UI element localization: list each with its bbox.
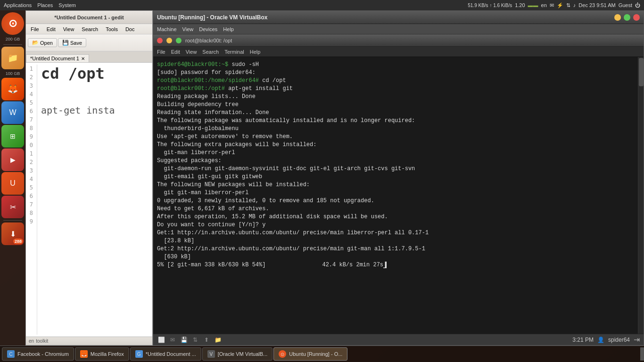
terminal-scrollbar-thumb[interactable] — [639, 58, 644, 86]
taskbar-item-chromium[interactable]: C Facebook - Chromium — [2, 347, 74, 361]
terminal-line-19: Need to get 6,617 kB of archives. — [157, 205, 634, 213]
gedit-save-button[interactable]: 💾 Save — [58, 38, 86, 47]
datetime[interactable]: Dec 23 9:51 AM — [578, 2, 615, 8]
disk-meter-100: 100 GB — [5, 70, 21, 77]
vbox-menu-machine[interactable]: Machine — [157, 26, 177, 32]
gedit-menu-search[interactable]: Search — [79, 26, 101, 32]
taskbar-items: C Facebook - Chromium 🦊 Mozilla Firefox … — [0, 347, 638, 361]
taskbar-ubuntu-running-label: Ubuntu [Running] - O... — [289, 351, 342, 357]
vbox-status-expand-icon[interactable]: ⇥ — [634, 335, 640, 344]
terminal-line-24: Get:2 http://in.archive.ubuntu.com/ubunt… — [157, 245, 634, 253]
gedit-open-button[interactable]: 📂 Open — [28, 38, 57, 47]
terminal-title: root@blackr00t: /opt — [185, 38, 232, 43]
taskbar-item-vbox[interactable]: V [Oracle VM VirtualB... — [202, 347, 273, 361]
sidebar-item-ubuntu-one[interactable]: U — [1, 172, 24, 195]
sidebar-item-download[interactable]: ⬇ 288 — [1, 222, 24, 245]
sidebar-sep-2 — [3, 220, 22, 221]
sidebar-item-libreoffice-writer[interactable]: W — [1, 101, 24, 124]
sidebar-item-firefox[interactable]: 🦊 — [1, 78, 24, 100]
terminal-titlebar: root@blackr00t: /opt — [153, 34, 644, 47]
gedit-tab-1[interactable]: *Untitled Document 1 ✕ — [26, 54, 89, 62]
system-menu[interactable]: System — [57, 2, 78, 8]
terminal-menubar: File Edit View Search Terminal Help — [153, 47, 644, 57]
taskbar-item-gedit[interactable]: G *Untitled Document ... — [130, 347, 201, 361]
terminal-scrollbar[interactable] — [638, 57, 644, 334]
system-topbar: Applications Places System 51.9 KB/s ↑ 1… — [0, 0, 644, 10]
terminal-menu-search[interactable]: Search — [202, 49, 219, 55]
vbox-status-time: 3:21 PM — [572, 337, 594, 343]
vbox-status-user: spider64 — [608, 337, 630, 343]
applications-menu[interactable]: Applications — [2, 2, 33, 8]
cpu-load: 1.20 — [515, 2, 525, 8]
terminal-minimize-button[interactable] — [166, 38, 172, 43]
vbox-icon: V — [207, 350, 215, 358]
terminal-line-7: Reading state information... Done — [157, 109, 634, 117]
taskbar-item-firefox[interactable]: 🦊 Mozilla Firefox — [75, 347, 129, 361]
vbox-status-disk-icon[interactable]: 💾 — [180, 336, 188, 344]
gedit-toolkit-text: toolkit — [36, 338, 48, 344]
terminal-menu-file[interactable]: File — [157, 49, 165, 55]
taskbar: C Facebook - Chromium 🦊 Mozilla Firefox … — [0, 346, 644, 362]
sidebar-item-libreoffice-impress[interactable]: ▶ — [1, 148, 24, 171]
gedit-menu-view[interactable]: View — [60, 26, 77, 32]
sidebar-item-ubuntu[interactable]: ⊙ — [1, 12, 24, 35]
gedit-statusbar: en toolkit — [26, 337, 152, 345]
gedit-code-content[interactable]: cd /opt apt-get insta — [41, 65, 115, 335]
vbox-minimize-button[interactable] — [614, 14, 621, 21]
terminal-line-20: After this operation, 15.2 MB of additio… — [157, 213, 634, 221]
terminal-container: root@blackr00t: /opt File Edit View Sear… — [153, 34, 644, 345]
gedit-tab-close-button[interactable]: ✕ — [81, 56, 85, 61]
vbox-close-button[interactable] — [633, 14, 640, 21]
terminal-menu-edit[interactable]: Edit — [171, 49, 180, 55]
vbox-maximize-button[interactable] — [624, 14, 630, 21]
terminal-line-14: git-daemon-run git-daemon-sysvinit git-d… — [157, 165, 634, 173]
terminal-line-2: [sudo] password for spider64: — [157, 69, 634, 77]
gedit-menu-doc[interactable]: Doc — [123, 26, 138, 32]
graph-icon: ▬▬ — [528, 2, 538, 8]
gedit-menu-file[interactable]: File — [28, 26, 42, 32]
terminal-menu-view[interactable]: View — [186, 49, 197, 55]
terminal-maximize-button[interactable] — [176, 38, 182, 43]
terminal-line-11: The following extra packages will be ins… — [157, 141, 634, 149]
unity-sidebar: ⊙ 200 GB 📁 100 GB 🦊 W ⊞ ▶ U ✂ ⬇ 288 — [0, 10, 25, 362]
sidebar-item-tools[interactable]: ✂ — [1, 196, 24, 218]
gedit-editor-area[interactable]: 1234567890123456789 cd /opt apt-get inst… — [26, 63, 152, 337]
terminal-line-4: root@blackr00t:/opt# apt-get install git — [157, 85, 634, 93]
vbox-status-usb-icon[interactable]: ⬆ — [202, 336, 211, 344]
terminal-line-22: Get:1 http://in.archive.ubuntu.com/ubunt… — [157, 229, 634, 237]
disk-meter-200: 200 GB — [5, 36, 21, 42]
terminal-line-6: Building dependency tree — [157, 101, 634, 109]
terminal-line-23: [23.8 kB] — [157, 237, 634, 245]
terminal-close-button[interactable] — [157, 38, 163, 43]
ubuntu-running-icon: ⊙ — [279, 350, 286, 358]
download-badge: 288 — [13, 239, 23, 244]
vbox-menu-view[interactable]: View — [182, 26, 194, 32]
taskbar-firefox-label: Mozilla Firefox — [91, 351, 124, 357]
vbox-menu-help[interactable]: Help — [223, 26, 234, 32]
keyboard-layout[interactable]: en — [541, 2, 547, 8]
vbox-status-mail-icon[interactable]: ✉ — [168, 336, 177, 344]
terminal-menu-help[interactable]: Help — [250, 49, 261, 55]
chromium-icon: C — [7, 350, 15, 358]
terminal-line-21: Do you want to continue [Y/n]? y — [157, 221, 634, 229]
network-speed: 51.9 KB/s ↑ 1.6 KiB/s — [468, 3, 512, 8]
user-name[interactable]: Guest — [619, 2, 632, 8]
taskbar-item-ubuntu-running[interactable]: ⊙ Ubuntu [Running] - O... — [273, 347, 347, 361]
vbox-status-network-icon[interactable]: ⇅ — [191, 336, 199, 344]
terminal-body[interactable]: spider64@blackr00t:~$ sudo -sH [sudo] pa… — [153, 57, 638, 334]
gedit-menu-tools[interactable]: Tools — [103, 26, 121, 32]
vbox-status-screen-icon[interactable]: ⬜ — [157, 336, 165, 344]
gedit-line-numbers: 1234567890123456789 — [28, 65, 37, 335]
sidebar-item-libreoffice-calc[interactable]: ⊞ — [1, 125, 24, 148]
vbox-status-share-icon[interactable]: 📁 — [214, 336, 222, 344]
terminal-menu-terminal[interactable]: Terminal — [224, 49, 244, 55]
gedit-menu-edit[interactable]: Edit — [44, 26, 58, 32]
vbox-status-icons: ⬜ ✉ 💾 ⇅ ⬆ 📁 — [157, 336, 222, 344]
gedit-tab-label: *Untitled Document 1 — [30, 56, 79, 61]
sidebar-item-files[interactable]: 📁 — [1, 47, 24, 69]
show-desktop-button[interactable] — [640, 347, 644, 361]
gedit-large-text-1: cd /opt — [41, 69, 115, 78]
vbox-menu-devices[interactable]: Devices — [199, 26, 217, 32]
places-menu[interactable]: Places — [35, 2, 55, 8]
terminal-line-18: 0 upgraded, 3 newly installed, 0 to remo… — [157, 197, 634, 205]
